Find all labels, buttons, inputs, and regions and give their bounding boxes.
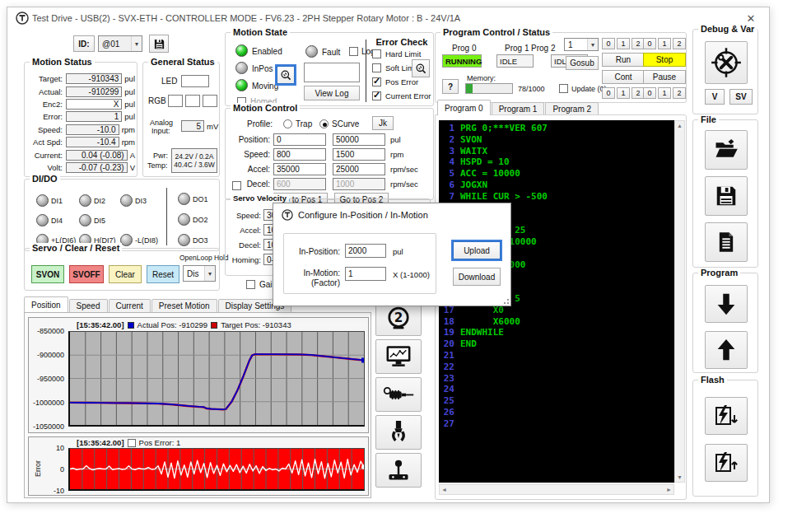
decel-checkbox[interactable] [232, 181, 241, 190]
update-checkbox[interactable] [559, 84, 568, 93]
tab-preset-motion[interactable]: Preset Motion [151, 299, 217, 312]
hard-limit-checkbox[interactable] [372, 49, 381, 58]
pos-error-checkbox[interactable] [372, 77, 381, 86]
v-button[interactable]: V [705, 89, 725, 105]
axis-2-button[interactable]: 2 [375, 301, 422, 336]
scroll-right-icon[interactable]: ► [666, 487, 672, 492]
control-row-value2[interactable]: 25000 [333, 163, 385, 175]
stop-button[interactable]: Stop [643, 53, 686, 67]
current-error-checkbox[interactable] [372, 91, 381, 100]
gosub-select[interactable]: 1 ▾ [564, 38, 599, 51]
prog-1-button[interactable]: 1 [658, 38, 671, 49]
flash-read-button[interactable] [705, 444, 748, 482]
control-row-value1[interactable]: 35000 [273, 163, 326, 175]
gripper-button[interactable] [375, 415, 422, 450]
program-download-button[interactable] [705, 285, 748, 323]
window-title: Test Drive - USB(2) - SVX-ETH - CONTROLL… [32, 13, 460, 23]
prog-1-button[interactable]: 1 [658, 87, 671, 99]
log-checkbox[interactable] [349, 47, 358, 56]
program-upload-button[interactable] [705, 331, 748, 369]
code-line: 5ACC = 10000 [439, 168, 674, 180]
prog-0-button[interactable]: 0 [602, 87, 615, 99]
upload-button[interactable]: Upload [453, 241, 501, 259]
reset-button[interactable]: Reset [147, 265, 179, 283]
scurve-radio[interactable] [319, 119, 329, 128]
cont-button[interactable]: Cont [602, 70, 645, 84]
openloop-hold-select[interactable]: Dis ▾ [183, 265, 216, 282]
di1-led [36, 194, 49, 207]
clear-button[interactable]: Clear [109, 265, 142, 283]
analog-unit: mV [207, 122, 218, 131]
configure-inpos-button[interactable] [277, 66, 295, 84]
tab-position[interactable]: Position [24, 296, 68, 312]
control-row-value1[interactable]: 0 [273, 133, 326, 146]
view-text-button[interactable] [705, 222, 748, 262]
prog-2-button[interactable]: 2 [673, 87, 686, 99]
configure-error-check-button[interactable] [412, 59, 430, 77]
soft-limit-checkbox[interactable] [372, 63, 381, 72]
control-row-value2[interactable]: 1500 [333, 148, 385, 161]
svon-button[interactable]: SVON [31, 265, 64, 283]
prog-0-button[interactable]: 0 [602, 38, 615, 49]
debug-button[interactable] [705, 41, 748, 84]
tab-current[interactable]: Current [109, 299, 151, 312]
control-row-value1[interactable]: 800 [273, 148, 326, 161]
open-file-button[interactable] [705, 130, 748, 170]
flash-write-button[interactable] [705, 397, 748, 435]
tab-program-0[interactable]: Program 0 [437, 100, 491, 115]
scope-monitor-button[interactable] [375, 339, 422, 374]
tab-speed[interactable]: Speed [69, 299, 108, 312]
scroll-up-icon[interactable]: ▲ [677, 123, 683, 128]
control-row-value2[interactable]: 50000 [333, 133, 385, 146]
view-log-button[interactable]: View Log [304, 86, 360, 100]
y-tick-label: -900000 [37, 351, 64, 359]
prog-1-button[interactable]: 1 [617, 87, 630, 99]
sv-button[interactable]: SV [729, 89, 753, 105]
run-button[interactable]: Run [602, 53, 645, 67]
prog2-label: Prog 2 [531, 44, 555, 53]
tab-program-2[interactable]: Program 2 [545, 102, 599, 115]
inposition-field[interactable]: 2000 [345, 244, 386, 258]
control-row-value2[interactable]: 1000 [333, 178, 385, 190]
save-id-button[interactable] [149, 35, 169, 53]
inmotion-field[interactable]: 1 [345, 267, 386, 281]
dialog-fields-group: In-Position: 2000 pul In-Motion: (Factor… [283, 233, 436, 294]
status-row-value: -910299 [66, 86, 122, 97]
block-arrow-up-icon [714, 338, 739, 362]
scroll-left-icon[interactable]: ◄ [441, 487, 447, 492]
motion-status-row: Volt:-0.07 (-0.23)V [28, 161, 135, 174]
control-row-value1[interactable]: 600 [273, 178, 326, 190]
prog-0-button[interactable]: 0 [643, 38, 656, 49]
joystick-button[interactable] [375, 453, 422, 488]
svoff-button[interactable]: SVOFF [69, 265, 104, 283]
position-y-ticks: -850000-900000-950000-1000000-1050000 [29, 331, 67, 427]
prog-0-button[interactable]: 0 [643, 87, 656, 99]
save-file-button[interactable] [705, 176, 748, 216]
prog-2-button[interactable]: 2 [673, 38, 686, 49]
tab-program-1[interactable]: Program 1 [492, 102, 545, 115]
status-row-value[interactable]: X [66, 99, 122, 110]
pos-error-checkbox[interactable] [128, 439, 136, 447]
error-check-item: Current Error [372, 91, 431, 100]
code-line: 4HSPD = 10 [439, 156, 674, 168]
scroll-down-icon[interactable]: ▼ [677, 474, 683, 480]
circled-2-icon: 2 [385, 306, 412, 332]
download-button[interactable]: Download [453, 268, 501, 286]
horizontal-scrollbar[interactable]: ◄ ► [439, 484, 674, 495]
analog-input-field: 5 [181, 120, 204, 132]
gain-checkbox[interactable] [246, 280, 255, 289]
jk-button[interactable]: Jk [372, 116, 394, 130]
trap-radio[interactable] [283, 119, 292, 128]
id-select[interactable]: @01 ▾ [98, 35, 142, 52]
gosub-button[interactable]: Gosub [566, 56, 599, 70]
resize-grip[interactable] [502, 297, 509, 304]
actuator-tool-button[interactable] [375, 377, 422, 412]
block-arrow-down-icon [714, 292, 739, 316]
prog-1-button[interactable]: 1 [617, 38, 630, 49]
pause-button[interactable]: Pause [643, 70, 686, 84]
document-icon [715, 230, 738, 254]
pwr-label: Pwr: [153, 152, 168, 160]
vertical-scrollbar[interactable]: ▲ ▼ [674, 120, 685, 483]
help-button[interactable]: ? [442, 79, 459, 94]
position-plot [68, 331, 365, 427]
